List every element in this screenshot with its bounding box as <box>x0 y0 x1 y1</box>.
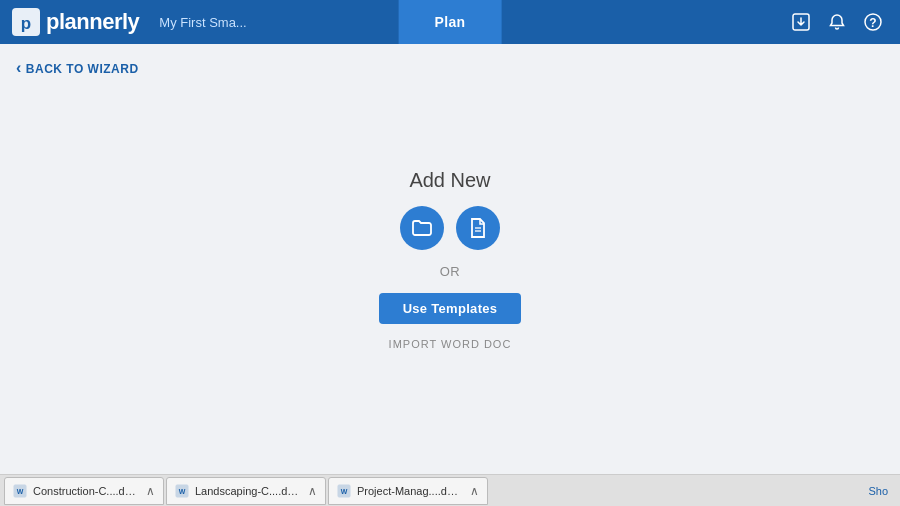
center-content: Add New OR Use Templates IMPORT WORD DOC <box>379 169 522 350</box>
nav-plan-tab[interactable]: Plan <box>399 0 502 44</box>
svg-text:?: ? <box>869 16 876 30</box>
taskbar-label-1: Construction-C....docx <box>33 485 138 497</box>
back-to-wizard-link[interactable]: ‹ BACK TO WIZARD <box>16 60 139 77</box>
add-folder-button[interactable] <box>400 206 444 250</box>
logo: p plannerly <box>12 8 139 36</box>
taskbar-label-3: Project-Manag....docx <box>357 485 462 497</box>
folder-icon <box>410 216 434 240</box>
file-icon <box>466 216 490 240</box>
icon-row <box>400 206 500 250</box>
taskbar: W Construction-C....docx ∧ W Landscaping… <box>0 474 900 506</box>
import-word-doc-link[interactable]: IMPORT WORD DOC <box>389 338 512 350</box>
main-area: ‹ BACK TO WIZARD Add New OR Use Template… <box>0 44 900 474</box>
taskbar-doc-icon-3: W <box>337 484 351 498</box>
taskbar-item-construction[interactable]: W Construction-C....docx ∧ <box>4 477 164 505</box>
back-chevron: ‹ <box>16 59 22 77</box>
back-label: BACK TO WIZARD <box>26 62 139 76</box>
download-icon <box>791 12 811 32</box>
bell-icon-button[interactable] <box>822 7 852 37</box>
help-icon-button[interactable]: ? <box>858 7 888 37</box>
header: p plannerly My First Sma... Plan ? <box>0 0 900 44</box>
taskbar-doc-icon-1: W <box>13 484 27 498</box>
svg-text:W: W <box>17 488 24 495</box>
logo-text: plannerly <box>46 9 139 35</box>
use-templates-button[interactable]: Use Templates <box>379 293 522 324</box>
taskbar-show-button[interactable]: Sho <box>860 483 896 499</box>
svg-text:p: p <box>21 14 31 33</box>
taskbar-label-2: Landscaping-C....docx <box>195 485 300 497</box>
taskbar-close-3[interactable]: ∧ <box>470 484 479 498</box>
taskbar-close-1[interactable]: ∧ <box>146 484 155 498</box>
download-icon-button[interactable] <box>786 7 816 37</box>
svg-text:W: W <box>179 488 186 495</box>
taskbar-item-project[interactable]: W Project-Manag....docx ∧ <box>328 477 488 505</box>
svg-text:W: W <box>341 488 348 495</box>
header-icons: ? <box>786 7 888 37</box>
taskbar-item-landscaping[interactable]: W Landscaping-C....docx ∧ <box>166 477 326 505</box>
taskbar-close-2[interactable]: ∧ <box>308 484 317 498</box>
or-text: OR <box>440 264 461 279</box>
help-icon: ? <box>863 12 883 32</box>
taskbar-doc-icon-2: W <box>175 484 189 498</box>
add-new-title: Add New <box>409 169 490 192</box>
logo-icon: p <box>12 8 40 36</box>
add-file-button[interactable] <box>456 206 500 250</box>
bell-icon <box>827 12 847 32</box>
